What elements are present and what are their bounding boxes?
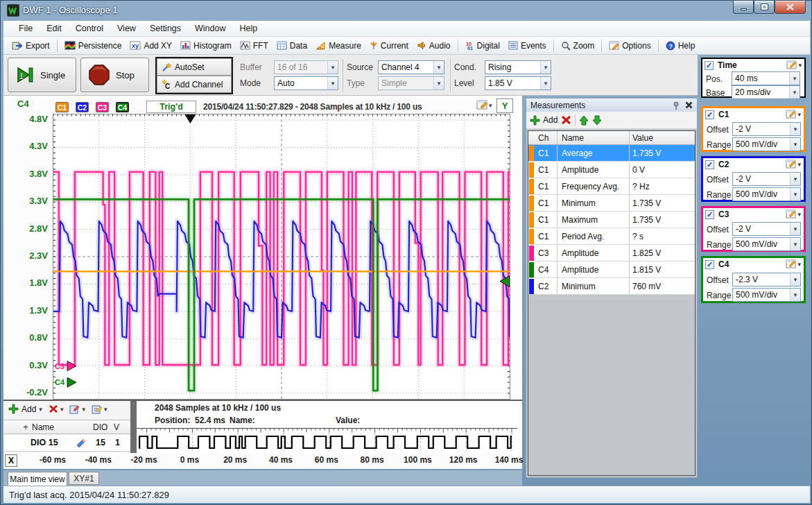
menu-window[interactable]: Window xyxy=(188,22,232,35)
c4-range-select[interactable]: 500 mV/div▾ xyxy=(732,288,801,302)
box-settings-button[interactable]: ▾ xyxy=(786,259,801,269)
pin-icon[interactable] xyxy=(673,101,680,110)
autoset-button[interactable]: AutoSet xyxy=(157,58,232,76)
time-checkbox[interactable]: ✓ xyxy=(705,61,714,70)
histogram-button[interactable]: Histogram xyxy=(176,40,236,52)
scope-plot[interactable]: C3C4 xyxy=(53,114,510,400)
y-axis-label: 1.3V xyxy=(17,305,48,316)
measurement-row[interactable]: C1Period Avg.? s xyxy=(528,228,695,245)
time-base-select[interactable]: 20 ms/div▾ xyxy=(732,85,800,99)
level-select[interactable]: 1.85 V▾ xyxy=(485,76,551,90)
add-channel-button[interactable]: C Add Channel xyxy=(157,76,232,93)
menu-settings[interactable]: Settings xyxy=(143,22,188,35)
column-expand: + xyxy=(21,420,31,434)
digital-edit-button[interactable]: ▾ xyxy=(67,404,87,415)
data-button[interactable]: Data xyxy=(273,40,311,52)
c2-checkbox[interactable]: ✓ xyxy=(705,160,714,169)
mode-select[interactable]: Auto▾ xyxy=(274,76,338,90)
box-settings-button[interactable]: ▾ xyxy=(786,110,801,119)
fft-button[interactable]: FFT xyxy=(236,40,273,52)
menu-view[interactable]: View xyxy=(110,22,143,35)
add-xy-button[interactable]: xy Add XY xyxy=(126,40,176,52)
y-axis-toggle-button[interactable]: Y xyxy=(496,99,513,113)
digital-signal-row[interactable]: DIO 15 15 1 xyxy=(4,434,130,452)
c1-checkbox[interactable]: ✓ xyxy=(705,110,714,119)
zoom-button[interactable]: Zoom xyxy=(557,40,599,52)
current-button[interactable]: Current xyxy=(365,40,413,52)
plot-settings-button[interactable]: ▾ xyxy=(476,100,492,110)
measurement-row[interactable]: C1Minimum1.735 V xyxy=(528,195,695,212)
svg-text:C3: C3 xyxy=(55,362,64,370)
source-select[interactable]: Channel 4▾ xyxy=(378,60,444,74)
x-axis-button[interactable]: X xyxy=(5,454,17,467)
panel-close-icon[interactable] xyxy=(685,101,693,109)
delete-measurement-button[interactable] xyxy=(561,115,571,125)
digital-waveform[interactable] xyxy=(137,427,517,452)
type-select[interactable]: Simple▾ xyxy=(378,76,444,90)
tab-xy1[interactable]: XY#1 xyxy=(69,472,99,485)
title-bar[interactable]: DWF 1 - Oscilloscope 1 xyxy=(1,1,812,21)
events-button[interactable]: Events xyxy=(504,40,551,52)
x-axis-label: 120 ms xyxy=(440,455,486,465)
measurement-row[interactable]: C1Maximum1.735 V xyxy=(528,212,695,228)
menu-edit[interactable]: Edit xyxy=(40,22,69,35)
menu-bar: File Edit Control View Settings Window H… xyxy=(3,21,810,37)
cond-select[interactable]: Rising▾ xyxy=(485,60,551,74)
c4-checkbox[interactable]: ✓ xyxy=(705,260,714,269)
c2-offset-select[interactable]: -2 V▾ xyxy=(732,172,801,186)
digital-delete-button[interactable]: ▾ xyxy=(46,404,66,414)
export-button[interactable]: Export xyxy=(8,40,54,52)
menu-file[interactable]: File xyxy=(12,22,40,35)
stop-button[interactable]: Stop xyxy=(80,58,149,92)
measurement-row[interactable]: C2Minimum760 mV xyxy=(528,278,695,295)
c1-range-select[interactable]: 500 mV/div▾ xyxy=(732,137,801,151)
options-button[interactable]: Options xyxy=(605,40,655,52)
digital-edit2-button[interactable]: ▾ xyxy=(89,404,110,415)
measurement-row[interactable]: C1Frequency Avg.? Hz xyxy=(528,178,695,195)
c1-offset-select[interactable]: -2 V▾ xyxy=(732,122,801,136)
app-logo-icon xyxy=(7,4,19,17)
channel-button-c1[interactable]: C1 xyxy=(55,102,69,112)
toolbar-separator xyxy=(553,40,554,52)
minimize-button[interactable] xyxy=(733,1,754,14)
chevron-down-icon: ▾ xyxy=(797,111,801,118)
pencil-icon[interactable] xyxy=(76,434,85,451)
box-settings-button[interactable]: ▾ xyxy=(786,60,802,70)
digital-add-button[interactable]: Add ▾ xyxy=(6,403,44,415)
time-position-select[interactable]: 40 ms▾ xyxy=(732,71,800,85)
c2-range-select[interactable]: 500 mV/div▾ xyxy=(732,187,801,201)
close-button[interactable] xyxy=(775,1,806,14)
c3-offset-select[interactable]: -2 V▾ xyxy=(732,222,801,236)
add-measurement-button[interactable]: Add xyxy=(530,115,558,126)
audio-button[interactable]: Audio xyxy=(413,40,455,52)
measurement-row[interactable]: C4Amplitude1.815 V xyxy=(528,262,695,278)
channel-button-c3[interactable]: C3 xyxy=(96,102,109,112)
c3-checkbox[interactable]: ✓ xyxy=(705,210,714,219)
tab-main-time-view[interactable]: Main time view xyxy=(8,472,67,486)
channel-button-c2[interactable]: C2 xyxy=(76,102,89,112)
box-title: C3 xyxy=(718,209,729,219)
measurement-row[interactable]: C1Amplitude0 V xyxy=(528,162,695,178)
help-button[interactable]: ? Help xyxy=(662,40,700,52)
column-dio: DIO xyxy=(93,420,107,434)
digital-button[interactable]: 1001 Digital xyxy=(461,40,504,52)
measure-button[interactable]: Measure xyxy=(311,40,365,52)
menu-help[interactable]: Help xyxy=(233,22,265,35)
measurement-row[interactable]: C1Average1.735 V xyxy=(528,145,695,162)
chevron-down-icon: ▾ xyxy=(790,223,800,235)
measurement-row[interactable]: C3Amplitude1.825 V xyxy=(528,245,695,262)
box-settings-button[interactable]: ▾ xyxy=(786,209,801,219)
maximize-button[interactable] xyxy=(754,1,775,14)
c4-offset-select[interactable]: -2.3 V▾ xyxy=(732,273,801,286)
c3-range-select[interactable]: 500 mV/div▾ xyxy=(732,237,801,251)
digital-header: 2048 Samples at 10 kHz / 100 us xyxy=(155,403,281,413)
persistence-button[interactable]: Persistence xyxy=(60,40,126,52)
move-up-button[interactable] xyxy=(579,115,589,126)
menu-control[interactable]: Control xyxy=(69,22,110,35)
measurements-titlebar: Measurements xyxy=(526,99,697,112)
move-down-button[interactable] xyxy=(592,115,602,126)
buffer-select[interactable]: 16 of 16▾ xyxy=(274,60,338,74)
single-button[interactable]: 1 Single xyxy=(8,58,76,92)
channel-button-c4[interactable]: C4 xyxy=(116,102,129,112)
box-settings-button[interactable]: ▾ xyxy=(786,160,801,169)
